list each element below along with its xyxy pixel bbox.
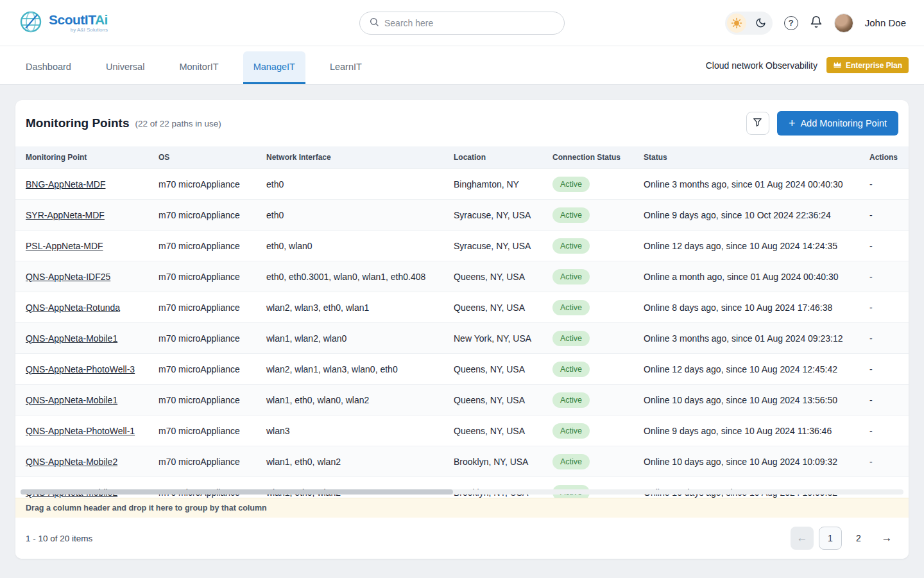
monitoring-points-table: Monitoring Point OS Network Interface Lo… — [15, 146, 909, 498]
monitoring-point-link[interactable]: BNG-AppNeta-MDF — [26, 179, 105, 189]
horizontal-scrollbar-track[interactable] — [21, 489, 903, 495]
page-button-2[interactable]: 2 — [847, 527, 870, 550]
previous-page-button[interactable]: ← — [791, 527, 814, 550]
dark-mode-moon-icon[interactable] — [751, 13, 771, 33]
network-interface-cell: wlan1, eth0, wlan2 — [256, 446, 443, 477]
table-row[interactable]: QNS-AppNeta-Mobile2 m70 microAppliance w… — [15, 477, 909, 498]
user-avatar[interactable] — [834, 13, 853, 33]
network-interface-cell: eth0, eth0.3001, wlan0, wlan1, eth0.408 — [256, 261, 443, 292]
monitoring-point-link[interactable]: QNS-AppNeta-IDF25 — [26, 272, 110, 282]
enterprise-plan-badge[interactable]: Enterprise Plan — [826, 57, 909, 73]
actions-cell: - — [859, 169, 909, 200]
brand-logo[interactable]: ScoutITAi by A&I Solutions — [18, 9, 108, 37]
search-input[interactable] — [384, 18, 555, 28]
add-monitoring-point-button[interactable]: + Add Monitoring Point — [777, 111, 898, 136]
help-button[interactable]: ? — [784, 16, 798, 30]
tab-learnit[interactable]: LearnIT — [320, 51, 372, 84]
horizontal-scrollbar-thumb[interactable] — [21, 489, 453, 495]
table-row[interactable]: PSL-AppNeta-MDF m70 microAppliance eth0,… — [15, 231, 909, 261]
monitoring-point-link[interactable]: QNS-AppNeta-Mobile2 — [26, 457, 117, 467]
actions-cell: - — [859, 446, 909, 477]
actions-cell: - — [859, 354, 909, 385]
status-cell: Online a month ago, since 01 Aug 2024 00… — [633, 261, 859, 292]
column-header-network-interface[interactable]: Network Interface — [256, 146, 443, 169]
table-row[interactable]: BNG-AppNeta-MDF m70 microAppliance eth0 … — [15, 169, 909, 200]
tab-dashboard[interactable]: Dashboard — [15, 51, 81, 84]
search-icon — [369, 17, 379, 30]
actions-cell: - — [859, 292, 909, 323]
network-interface-cell: wlan2, wlan3, eth0, wlan1 — [256, 292, 443, 323]
light-mode-sun-icon[interactable] — [727, 13, 746, 33]
main-nav: Dashboard Universal MonitorIT ManageIT L… — [0, 46, 924, 85]
global-search[interactable] — [359, 12, 565, 35]
active-status-badge: Active — [552, 269, 590, 285]
active-status-badge: Active — [552, 331, 590, 346]
monitoring-point-link[interactable]: QNS-AppNeta-PhotoWell-3 — [26, 364, 135, 374]
enterprise-plan-label: Enterprise Plan — [846, 61, 902, 70]
actions-cell: - — [859, 416, 909, 446]
table-row[interactable]: QNS-AppNeta-Rotunda m70 microAppliance w… — [15, 292, 909, 323]
page-title: Monitoring Points — [26, 116, 129, 130]
table-row[interactable]: QNS-AppNeta-PhotoWell-3 m70 microApplian… — [15, 354, 909, 385]
monitoring-point-link[interactable]: QNS-AppNeta-Mobile1 — [26, 395, 117, 405]
brand-globe-icon — [18, 9, 44, 37]
table-body: BNG-AppNeta-MDF m70 microAppliance eth0 … — [15, 169, 909, 498]
column-header-location[interactable]: Location — [443, 146, 542, 169]
connection-status-cell: Active — [542, 261, 633, 292]
active-status-badge: Active — [552, 423, 590, 439]
location-cell: Syracuse, NY, USA — [443, 200, 542, 231]
column-header-monitoring-point[interactable]: Monitoring Point — [15, 146, 148, 169]
connection-status-cell: Active — [542, 416, 633, 446]
table-row[interactable]: QNS-AppNeta-Mobile1 m70 microAppliance w… — [15, 323, 909, 354]
table-row[interactable]: SYR-AppNeta-MDF m70 microAppliance eth0 … — [15, 200, 909, 231]
table-row[interactable]: QNS-AppNeta-Mobile2 m70 microAppliance w… — [15, 446, 909, 477]
table-row[interactable]: QNS-AppNeta-IDF25 m70 microAppliance eth… — [15, 261, 909, 292]
column-header-connection-status[interactable]: Connection Status — [542, 146, 633, 169]
monitoring-point-link[interactable]: QNS-AppNeta-Rotunda — [26, 302, 120, 313]
actions-cell: - — [859, 477, 909, 498]
notifications-button[interactable] — [810, 15, 823, 30]
monitoring-point-link[interactable]: QNS-AppNeta-Mobile1 — [26, 333, 117, 344]
network-interface-cell: eth0 — [256, 200, 443, 231]
table-row[interactable]: QNS-AppNeta-PhotoWell-1 m70 microApplian… — [15, 416, 909, 446]
active-status-badge: Active — [552, 177, 590, 192]
column-header-os[interactable]: OS — [148, 146, 256, 169]
monitoring-point-link[interactable]: SYR-AppNeta-MDF — [26, 210, 105, 220]
network-interface-cell: wlan1, wlan2, wlan0 — [256, 323, 443, 354]
os-cell: m70 microAppliance — [148, 169, 256, 200]
filter-button[interactable] — [746, 112, 769, 135]
active-status-badge: Active — [552, 207, 590, 223]
paths-in-use-count: (22 of 22 paths in use) — [135, 119, 221, 128]
location-cell: Queens, NY, USA — [443, 416, 542, 446]
location-cell: Queens, NY, USA — [443, 261, 542, 292]
tab-manageit[interactable]: ManageIT — [243, 51, 305, 84]
actions-cell: - — [859, 323, 909, 354]
funnel-icon — [752, 117, 763, 130]
column-header-actions[interactable]: Actions — [859, 146, 909, 169]
connection-status-cell: Active — [542, 354, 633, 385]
table-row[interactable]: QNS-AppNeta-Mobile1 m70 microAppliance w… — [15, 385, 909, 416]
status-cell: Online 3 months ago, since 01 Aug 2024 0… — [633, 323, 859, 354]
actions-cell: - — [859, 200, 909, 231]
monitoring-point-link[interactable]: QNS-AppNeta-PhotoWell-1 — [26, 426, 135, 436]
os-cell: m70 microAppliance — [148, 231, 256, 261]
network-interface-cell: wlan1, eth0, wlan0, wlan2 — [256, 385, 443, 416]
network-interface-cell: wlan1, eth0, wlan2 — [256, 477, 443, 498]
connection-status-cell: Active — [542, 385, 633, 416]
status-cell: Online 10 days ago, since 10 Aug 2024 13… — [633, 385, 859, 416]
pagination-bar: 1 - 10 of 20 items ← 1 2 → — [15, 518, 909, 559]
connection-status-cell: Active — [542, 292, 633, 323]
location-cell: Syracuse, NY, USA — [443, 231, 542, 261]
column-header-status[interactable]: Status — [633, 146, 859, 169]
theme-toggle[interactable] — [725, 12, 773, 35]
tab-monitorit[interactable]: MonitorIT — [169, 51, 228, 84]
next-page-button[interactable]: → — [875, 527, 898, 550]
brand-name: ScoutIT — [49, 12, 95, 27]
monitoring-point-link[interactable]: PSL-AppNeta-MDF — [26, 241, 103, 251]
tab-universal[interactable]: Universal — [96, 51, 155, 84]
os-cell: m70 microAppliance — [148, 200, 256, 231]
page-button-1[interactable]: 1 — [819, 527, 842, 550]
connection-status-cell: Active — [542, 231, 633, 261]
status-cell: Online 3 months ago, since 01 Aug 2024 0… — [633, 169, 859, 200]
location-cell: Brooklyn, NY, USA — [443, 446, 542, 477]
